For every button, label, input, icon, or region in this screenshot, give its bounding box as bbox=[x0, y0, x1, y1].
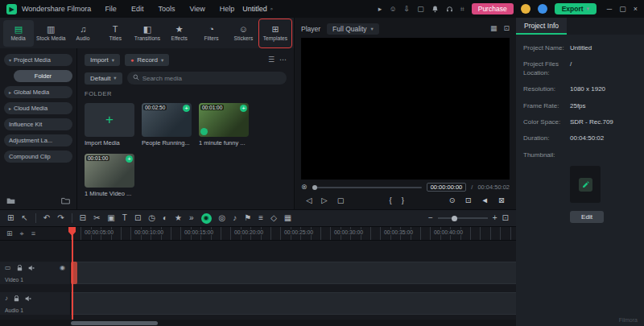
audio-mixer-icon[interactable]: ≡ bbox=[258, 214, 263, 222]
tab-media[interactable]: ▤ Media bbox=[3, 20, 34, 47]
volume-button[interactable]: ◄ bbox=[481, 196, 489, 204]
sidebar-item-cloud-media[interactable]: ▸ Cloud Media bbox=[4, 102, 72, 114]
menu-view[interactable]: View bbox=[184, 5, 210, 13]
audio-track-lane[interactable] bbox=[71, 292, 516, 315]
tab-stock-media[interactable]: ▥ Stock Media bbox=[35, 20, 67, 47]
sidebar-item-project-media[interactable]: ▾ Project Media bbox=[4, 54, 72, 66]
voiceover-icon[interactable]: ♪ bbox=[233, 214, 237, 222]
workspace-icon[interactable]: ⊞ bbox=[7, 214, 14, 222]
select-tool-icon[interactable]: ↖ bbox=[21, 214, 27, 222]
zoom-slider[interactable] bbox=[438, 217, 488, 219]
menu-file[interactable]: File bbox=[99, 5, 122, 13]
ai-tools-icon[interactable]: ★ bbox=[175, 214, 182, 222]
video-track-lane[interactable] bbox=[71, 262, 516, 284]
crop-tool-icon[interactable]: ⊡ bbox=[134, 214, 141, 222]
tab-filters[interactable]: ◔ Filters bbox=[196, 20, 227, 47]
search-box[interactable] bbox=[127, 72, 287, 85]
playhead[interactable] bbox=[72, 227, 73, 320]
color-icon[interactable]: ◐ bbox=[163, 214, 167, 222]
tab-transitions[interactable]: ◧ Transitions bbox=[132, 20, 163, 47]
marker-icon[interactable]: ⚑ bbox=[244, 214, 251, 222]
ripple-icon[interactable]: ≡ bbox=[31, 229, 35, 237]
sidebar-item-folder[interactable]: Folder bbox=[14, 70, 72, 82]
edit-thumbnail-button[interactable]: Edit bbox=[570, 211, 604, 223]
apps-grid-icon[interactable]: ⌗ bbox=[460, 6, 464, 13]
speed-icon[interactable]: ◷ bbox=[148, 214, 155, 222]
snap-icon[interactable]: ⌖ bbox=[20, 229, 24, 238]
tab-audio[interactable]: ♫ Audio bbox=[68, 20, 98, 47]
sort-filter-icon[interactable]: ☰ bbox=[268, 56, 275, 64]
sidebar-item-adjustment-layer[interactable]: Adjustment La... bbox=[4, 134, 72, 146]
keyframe-icon[interactable]: ◇ bbox=[270, 214, 277, 222]
redo-icon[interactable]: ↷ bbox=[57, 214, 64, 222]
video-preview[interactable] bbox=[301, 38, 510, 180]
detach-player-icon[interactable]: ⊡ bbox=[503, 25, 510, 32]
tab-project-info[interactable]: Project Info bbox=[516, 18, 567, 35]
tab-stickers[interactable]: ☺ Stickers bbox=[228, 20, 258, 47]
menu-edit[interactable]: Edit bbox=[126, 5, 150, 13]
play-button[interactable]: ▷ bbox=[321, 196, 327, 204]
thumbnail-preview[interactable] bbox=[570, 166, 601, 203]
media-tile-minute-video[interactable]: 00:01:00 + 1 Minute Video ... bbox=[85, 154, 134, 197]
minimize-button[interactable]: ─ bbox=[607, 5, 612, 13]
device-icon[interactable]: ▢ bbox=[417, 6, 424, 13]
sidebar-item-compound-clip[interactable]: Compound Clip bbox=[4, 151, 72, 163]
copy-icon[interactable]: ▣ bbox=[107, 214, 114, 222]
media-tile-import[interactable]: + Import Media bbox=[85, 103, 134, 146]
sidebar-item-global-media[interactable]: ▸ Global Media bbox=[4, 86, 72, 98]
add-to-timeline-icon[interactable]: + bbox=[126, 155, 133, 163]
menu-tools[interactable]: Tools bbox=[152, 5, 180, 13]
import-button[interactable]: Import ▾ bbox=[85, 54, 120, 66]
mark-in-button[interactable]: { bbox=[389, 196, 391, 204]
tab-titles[interactable]: T Titles bbox=[100, 20, 130, 47]
close-button[interactable]: × bbox=[634, 5, 638, 13]
text-tool-icon[interactable]: T bbox=[122, 214, 127, 222]
smart-edit-icon[interactable]: ◉ bbox=[201, 213, 212, 224]
split-icon[interactable]: ✂ bbox=[93, 214, 100, 222]
record-button[interactable]: ● Record ▾ bbox=[125, 54, 169, 66]
share-icon[interactable]: ▸ bbox=[378, 6, 382, 13]
media-tile-people-running[interactable]: 00:02:50 + People Running... bbox=[142, 103, 192, 146]
mute-icon[interactable] bbox=[25, 295, 31, 302]
lock-icon[interactable] bbox=[14, 295, 19, 302]
menu-help[interactable]: Help bbox=[214, 5, 241, 13]
undo-icon[interactable]: ↶ bbox=[43, 214, 50, 222]
purchase-button[interactable]: Purchase bbox=[472, 3, 514, 14]
view-mode-dropdown[interactable]: Default ▾ bbox=[85, 72, 122, 85]
progress-marker-icon[interactable]: ⊗ bbox=[301, 184, 308, 191]
more-tools-icon[interactable]: » bbox=[189, 214, 194, 222]
seek-bar[interactable] bbox=[312, 187, 422, 188]
render-preview-icon[interactable]: ▦ bbox=[284, 214, 291, 222]
tab-templates[interactable]: ⊞ Templates bbox=[260, 20, 291, 47]
notification-icon[interactable] bbox=[431, 6, 439, 13]
export-button[interactable]: Export ▾ bbox=[555, 3, 597, 14]
add-to-timeline-icon[interactable]: + bbox=[183, 105, 190, 112]
mute-icon[interactable] bbox=[28, 265, 35, 271]
search-input[interactable] bbox=[142, 75, 281, 82]
sidebar-item-influence-kit[interactable]: Influence Kit bbox=[4, 118, 72, 130]
grid-view-icon[interactable]: ▦ bbox=[490, 25, 497, 32]
previous-frame-button[interactable]: ◁ bbox=[306, 196, 312, 204]
tab-effects[interactable]: ★ Effects bbox=[164, 20, 195, 47]
mark-out-button[interactable]: } bbox=[402, 196, 404, 204]
avatar[interactable] bbox=[538, 4, 547, 14]
add-to-timeline-icon[interactable]: + bbox=[240, 105, 247, 112]
scrollbar-thumb[interactable] bbox=[71, 321, 158, 325]
crop-button[interactable]: ⊡ bbox=[465, 196, 472, 204]
download-icon[interactable]: ⇩ bbox=[404, 6, 411, 13]
zoom-out-icon[interactable]: − bbox=[428, 214, 433, 222]
stop-button[interactable]: ▢ bbox=[337, 196, 345, 204]
eye-icon[interactable]: ◉ bbox=[60, 264, 65, 271]
lock-icon[interactable] bbox=[17, 265, 23, 271]
fullscreen-button[interactable]: ⊠ bbox=[498, 196, 505, 204]
support-icon[interactable] bbox=[446, 6, 453, 13]
manage-tracks-icon[interactable]: ⊞ bbox=[6, 229, 13, 237]
quality-dropdown[interactable]: Full Quality ▾ bbox=[327, 23, 379, 35]
snapshot-button[interactable]: ⊙ bbox=[449, 196, 456, 204]
maximize-button[interactable]: ▢ bbox=[619, 5, 626, 13]
delete-icon[interactable]: ⊟ bbox=[80, 214, 86, 222]
coin-badge-icon[interactable] bbox=[521, 4, 530, 14]
delete-folder-icon[interactable] bbox=[61, 197, 70, 206]
new-folder-icon[interactable] bbox=[6, 197, 15, 206]
zoom-fit-icon[interactable]: ⊡ bbox=[502, 214, 509, 222]
